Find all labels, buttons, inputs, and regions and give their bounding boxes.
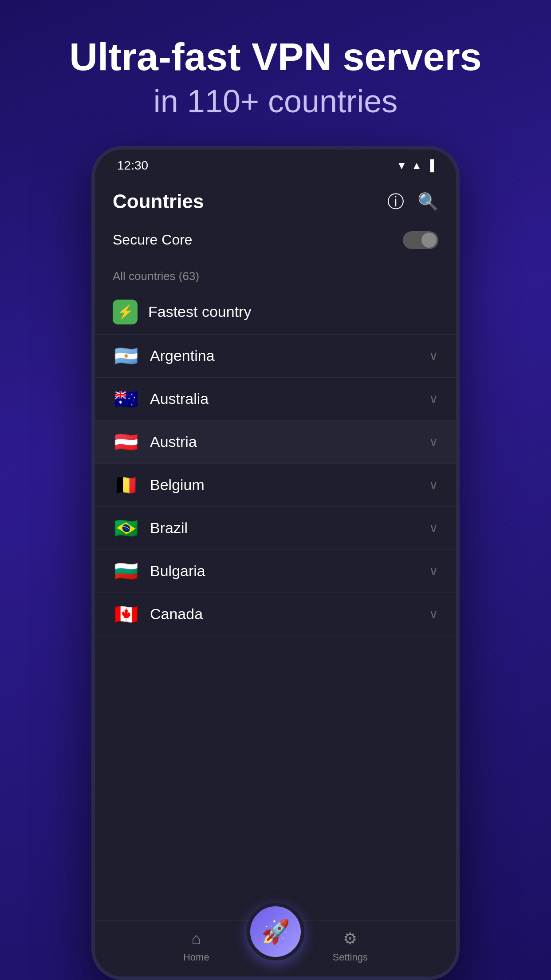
wifi-icon: ▼ <box>396 159 407 172</box>
home-label: Home <box>183 952 209 963</box>
chevron-austria: ∨ <box>429 435 438 449</box>
fab-button[interactable]: 🚀 <box>247 903 304 960</box>
country-name-canada: Canada <box>150 605 429 623</box>
fab-icon: 🚀 <box>261 918 290 945</box>
nav-settings[interactable]: ⚙ Settings <box>333 929 368 963</box>
fastest-country-label: Fastest country <box>148 303 251 320</box>
flag-bulgaria: 🇧🇬 <box>113 560 139 583</box>
phone-frame: 12:30 ▼ ▲ ▐ Countries ⓘ 🔍 Secure Core <box>91 146 460 980</box>
info-icon: ⓘ <box>387 192 404 211</box>
country-name-austria: Austria <box>150 433 429 450</box>
country-row-brazil[interactable]: 🇧🇷 Brazil ∨ <box>95 507 456 550</box>
country-row-australia[interactable]: 🇦🇺 Australia ∨ <box>95 378 456 421</box>
app-header: Countries ⓘ 🔍 <box>95 177 456 222</box>
country-name-brazil: Brazil <box>150 519 429 537</box>
country-name-belgium: Belgium <box>150 476 429 494</box>
app-title: Countries <box>113 190 204 213</box>
flag-argentina: 🇦🇷 <box>113 344 139 368</box>
status-bar: 12:30 ▼ ▲ ▐ <box>95 150 456 177</box>
battery-icon: ▐ <box>426 159 434 172</box>
home-icon: ⌂ <box>191 929 201 948</box>
toggle-knob <box>421 233 437 248</box>
country-name-australia: Australia <box>150 390 429 407</box>
header-icons: ⓘ 🔍 <box>387 190 438 213</box>
all-countries-label: All countries (63) <box>95 258 456 290</box>
country-list: ⚡ Fastest country 🇦🇷 Argentina ∨ 🇦🇺 Aust… <box>95 290 456 920</box>
chevron-bulgaria: ∨ <box>429 564 438 578</box>
chevron-argentina: ∨ <box>429 348 438 363</box>
bottom-nav: ⌂ Home 🚀 ⚙ Settings <box>95 920 456 976</box>
country-row-austria[interactable]: 🇦🇹 Austria ∨ <box>95 421 456 464</box>
app-content: Countries ⓘ 🔍 Secure Core All countries … <box>95 177 456 976</box>
settings-label: Settings <box>333 952 368 963</box>
flag-austria: 🇦🇹 <box>113 431 139 454</box>
country-row-argentina[interactable]: 🇦🇷 Argentina ∨ <box>95 335 456 378</box>
hero-section: Ultra-fast VPN servers in 110+ countries <box>69 0 481 146</box>
secure-core-label: Secure Core <box>113 232 193 248</box>
flag-belgium: 🇧🇪 <box>113 474 139 497</box>
country-name-argentina: Argentina <box>150 347 429 364</box>
fastest-country-row[interactable]: ⚡ Fastest country <box>95 290 456 335</box>
chevron-canada: ∨ <box>429 607 438 621</box>
fastest-icon: ⚡ <box>113 300 138 324</box>
flag-canada: 🇨🇦 <box>113 603 139 626</box>
country-row-bulgaria[interactable]: 🇧🇬 Bulgaria ∨ <box>95 550 456 593</box>
signal-icon: ▲ <box>411 159 422 172</box>
search-icon: 🔍 <box>417 192 438 211</box>
search-button[interactable]: 🔍 <box>417 192 438 211</box>
hero-subtitle: in 110+ countries <box>69 83 481 119</box>
country-name-bulgaria: Bulgaria <box>150 562 429 580</box>
chevron-australia: ∨ <box>429 391 438 406</box>
status-time: 12:30 <box>117 158 148 173</box>
notch <box>262 154 289 167</box>
flag-brazil: 🇧🇷 <box>113 517 139 540</box>
secure-core-toggle[interactable] <box>403 231 438 249</box>
chevron-belgium: ∨ <box>429 478 438 492</box>
flag-australia: 🇦🇺 <box>113 387 139 411</box>
country-row-belgium[interactable]: 🇧🇪 Belgium ∨ <box>95 464 456 507</box>
secure-core-row[interactable]: Secure Core <box>95 222 456 258</box>
settings-icon: ⚙ <box>343 929 357 948</box>
hero-title: Ultra-fast VPN servers <box>69 36 481 79</box>
country-row-canada[interactable]: 🇨🇦 Canada ∨ <box>95 593 456 636</box>
nav-home[interactable]: ⌂ Home <box>183 929 209 963</box>
info-button[interactable]: ⓘ <box>387 190 404 213</box>
chevron-brazil: ∨ <box>429 521 438 535</box>
status-icons: ▼ ▲ ▐ <box>396 159 434 172</box>
